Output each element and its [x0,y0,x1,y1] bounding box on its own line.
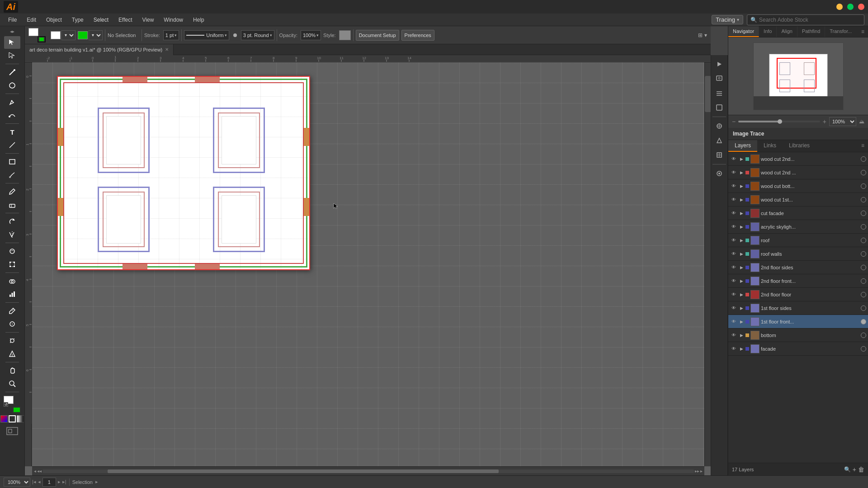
arrow-right-icon[interactable] [713,58,726,70]
free-transform-tool[interactable] [4,258,20,271]
panel-icon-3[interactable] [713,87,726,99]
scrollbar-h-track[interactable] [42,469,694,473]
pencil-tool[interactable] [4,185,20,198]
layer-row[interactable]: 👁▶bottom [728,328,868,342]
panel-menu-icon[interactable]: ≡ [858,26,868,37]
stroke-color-swatch[interactable] [13,407,21,413]
preferences-button[interactable]: Preferences [401,30,434,41]
menu-view[interactable]: View [138,15,159,25]
scroll-page-left-btn[interactable]: ◂◂ [37,469,42,474]
perspective-grid-tool[interactable] [4,347,20,360]
layer-expand-btn[interactable]: ▶ [739,156,744,162]
doc-tab[interactable]: art deco terrain building v1.ai* @ 100% … [25,44,174,55]
layer-row[interactable]: 👁▶roof [728,234,868,247]
style-swatch[interactable] [339,30,351,40]
doc-setup-button[interactable]: Document Setup [356,30,399,41]
scroll-left-btn[interactable]: ◂ [34,469,36,474]
layers-search-icon[interactable]: 🔍 [844,466,851,473]
toolbar-collapse[interactable]: ◂▸ [10,29,14,34]
layer-row[interactable]: 👁▶2nd floor sides [728,261,868,274]
curvature-tool[interactable] [4,109,20,122]
nav-next-btn[interactable]: ▸ [58,479,61,485]
layer-target-circle[interactable] [861,292,866,297]
scrollbar-vertical[interactable] [704,62,711,466]
layer-row[interactable]: 👁▶1st floor front... [728,315,868,328]
layer-visibility-btn[interactable]: 👁 [730,345,737,352]
layer-target-circle[interactable] [861,305,866,311]
layer-row[interactable]: 👁▶2nd floor front... [728,274,868,288]
layer-row[interactable]: 👁▶acrylic skyligh... [728,220,868,234]
chart-tool[interactable] [4,288,20,300]
window-tr-outer[interactable] [213,108,265,173]
hand-tool[interactable] [4,364,20,377]
selection-mode-arrow[interactable]: ▸ [95,479,98,485]
panel-icon-4[interactable] [713,101,726,114]
maximize-button[interactable] [847,4,854,10]
layer-row[interactable]: 👁▶wood cut bott... [728,179,868,193]
nav-prev-btn[interactable]: ◂ [38,479,41,485]
panel-icon-6[interactable] [713,134,726,147]
rectangle-tool[interactable] [4,155,20,168]
pen-tool[interactable] [4,96,20,108]
layer-row[interactable]: 👁▶wood cut 1st... [728,193,868,206]
fill-swatch[interactable] [28,28,38,36]
arrange-icon[interactable]: ⊞ [698,32,703,38]
menu-select[interactable]: Select [89,15,113,25]
layer-target-circle[interactable] [861,319,866,324]
nav-zoom-in-btn[interactable]: + [823,118,826,125]
layer-visibility-btn[interactable]: 👁 [730,210,737,217]
layer-expand-btn[interactable]: ▶ [739,238,744,243]
layer-expand-btn[interactable]: ▶ [739,346,744,352]
zoom-tool[interactable] [4,377,20,390]
tab-navigator[interactable]: Navigator [728,26,759,37]
layer-target-circle[interactable] [861,278,866,284]
layer-expand-btn[interactable]: ▶ [739,319,744,324]
measure-tool[interactable] [4,318,20,330]
layer-target-circle[interactable] [861,211,866,216]
reflect-tool[interactable] [4,228,20,241]
stroke-style-selector[interactable]: Uniform ▾ [184,30,229,40]
stroke-weight-field[interactable]: 1 pt ▾ [163,30,179,40]
reset-colors-btn[interactable]: ↺ [4,402,8,407]
layer-expand-btn[interactable]: ▶ [739,292,744,297]
paintbrush-tool[interactable] [4,169,20,181]
layer-visibility-btn[interactable]: 👁 [730,223,737,230]
stock-search-input[interactable] [747,14,864,25]
nav-first-btn[interactable]: |◂ [32,479,36,485]
tab-links[interactable]: Links [757,140,783,152]
line-segment-tool[interactable] [4,139,20,151]
tab-info[interactable]: Info [759,26,777,37]
gradient-fill-btn[interactable] [17,415,24,422]
layer-visibility-btn[interactable]: 👁 [730,264,737,271]
menu-file[interactable]: File [4,15,21,25]
layer-target-circle[interactable] [861,251,866,257]
layer-visibility-btn[interactable]: 👁 [730,291,737,298]
layer-visibility-btn[interactable]: 👁 [730,169,737,176]
tab-pathfind[interactable]: Pathfind [797,26,825,37]
stroke-swatch-widget[interactable] [38,36,46,42]
layer-expand-btn[interactable]: ▶ [739,305,744,311]
layers-menu-icon[interactable]: ≡ [858,140,868,152]
layer-target-circle[interactable] [861,156,866,162]
layer-target-circle[interactable] [861,183,866,189]
scrollbar-horizontal[interactable]: ◂ ◂◂ ▸▸ ▸ [32,466,704,475]
tracing-button[interactable]: Tracing ▾ [712,15,743,24]
layer-visibility-btn[interactable]: 👁 [730,305,737,312]
nav-zoom-out-btn[interactable]: − [732,118,736,125]
layer-visibility-btn[interactable]: 👁 [730,318,737,325]
layer-expand-btn[interactable]: ▶ [739,265,744,270]
window-bl-outer[interactable] [98,187,150,252]
layer-expand-btn[interactable]: ▶ [739,224,744,230]
layer-visibility-btn[interactable]: 👁 [730,250,737,258]
rotate-tool[interactable] [4,215,20,228]
doc-tab-close[interactable]: ✕ [165,47,169,52]
eyedropper-tool[interactable] [4,305,20,317]
layer-row[interactable]: 👁▶facade [728,342,868,356]
lasso-tool[interactable] [4,79,20,92]
nav-zoom-select[interactable]: 100% [829,117,856,126]
scrollbar-v-thumb[interactable] [705,76,711,112]
layer-target-circle[interactable] [861,238,866,243]
nav-mountain-icon[interactable]: ⛰ [859,118,864,125]
window-br-outer[interactable] [213,187,265,252]
warp-tool[interactable] [4,245,20,258]
